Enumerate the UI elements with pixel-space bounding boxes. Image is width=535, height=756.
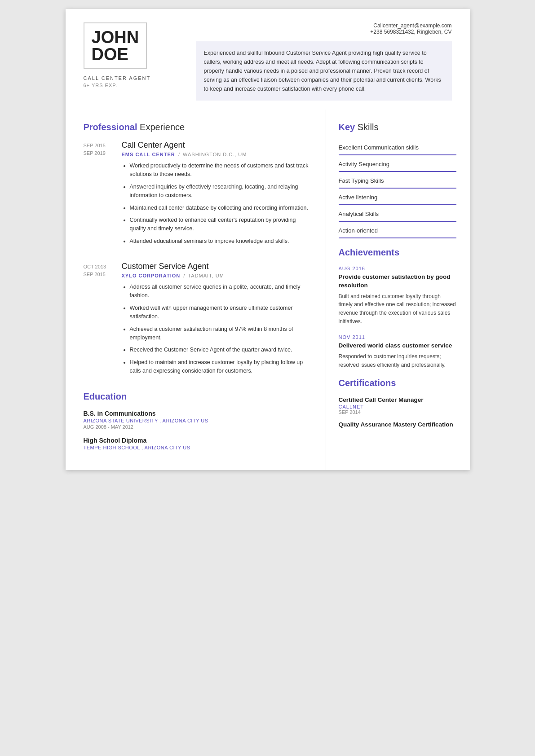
- header-left: JOHN DOE CALL CENTER AGENT 6+ YRS EXP.: [84, 22, 182, 101]
- skill-item: Excellent Communication skills: [339, 141, 456, 155]
- skill-item: Fast Typing Skills: [339, 174, 456, 189]
- job-2-bullets: Address all customer service queries in …: [122, 283, 312, 375]
- contact-info: Callcenter_agent@example.com +238 569832…: [196, 22, 452, 35]
- job-2-title: Customer Service Agent: [122, 262, 312, 271]
- cert-2: Quality Assurance Mastery Certification: [339, 421, 456, 428]
- education-section: Education B.S. in Communications ARIZONA…: [84, 391, 312, 450]
- bullet: Maintained call center database by colle…: [130, 204, 312, 212]
- professional-experience-title: Professional Experience: [84, 122, 312, 132]
- job-title: CALL CENTER AGENT: [84, 75, 182, 81]
- skill-item: Action-oriented: [339, 224, 456, 238]
- edu-1-degree: B.S. in Communications: [84, 410, 312, 417]
- resume-document: JOHN DOE CALL CENTER AGENT 6+ YRS EXP. C…: [66, 9, 470, 470]
- cert-1-issuer: CALLNET: [339, 404, 456, 409]
- bullet: Worked well with upper management to ens…: [130, 304, 312, 321]
- ach-bold: Achievements: [339, 247, 400, 257]
- edu-bold: Education: [84, 391, 127, 401]
- ach-1-desc: Built and retained customer loyalty thro…: [339, 292, 456, 325]
- skills-list: Excellent Communication skills Activity …: [339, 141, 456, 238]
- cert-1-date: SEP 2014: [339, 409, 456, 415]
- job-2-content: Customer Service Agent XYLO CORPORATION …: [122, 262, 312, 379]
- header-right: Callcenter_agent@example.com +238 569832…: [182, 22, 452, 101]
- key-skills-section: Key Skills Excellent Communication skill…: [339, 122, 456, 238]
- first-name: JOHN: [92, 29, 139, 46]
- edu-2-school: TEMPE HIGH SCHOOL , ARIZONA CITY US: [84, 445, 312, 450]
- bullet: Worked productively to determine the nee…: [130, 162, 312, 179]
- key-bold: Key: [339, 122, 355, 132]
- ach-2-title: Delivered world class customer service: [339, 342, 456, 350]
- professional-experience-section: Professional Experience SEP 2015 SEP 201…: [84, 122, 312, 379]
- header-section: JOHN DOE CALL CENTER AGENT 6+ YRS EXP. C…: [66, 9, 470, 110]
- cert-bold: Certifications: [339, 378, 396, 388]
- job-item-1: SEP 2015 SEP 2019 Call Center Agent EMS …: [84, 141, 312, 249]
- years-experience: 6+ YRS EXP.: [84, 83, 182, 88]
- key-skills-title: Key Skills: [339, 122, 456, 132]
- bullet: Answered inquiries by effectively resear…: [130, 183, 312, 200]
- job-1-title: Call Center Agent: [122, 141, 312, 150]
- job-2-company: XYLO CORPORATION / TADMAIT, UM: [122, 273, 312, 278]
- certifications-title: Certifications: [339, 378, 456, 388]
- job-item-2: OCT 2013 SEP 2015 Customer Service Agent…: [84, 262, 312, 379]
- edu-2-degree: High School Diploma: [84, 437, 312, 444]
- bullet: Achieved a customer satisfaction rating …: [130, 325, 312, 343]
- ach-1-title: Provide customer satisfaction by good re…: [339, 273, 456, 290]
- ach-2-date: NOV 2011: [339, 334, 456, 340]
- bullet: Helped to maintain and increase customer…: [130, 358, 312, 376]
- job-2-dates: OCT 2013 SEP 2015: [84, 262, 122, 379]
- skill-item: Analytical Skills: [339, 207, 456, 222]
- achievements-title: Achievements: [339, 247, 456, 258]
- cert-1-name: Certified Call Center Manager: [339, 396, 456, 403]
- bullet: Attended educational seminars to improve…: [130, 237, 312, 246]
- certifications-section: Certifications Certified Call Center Man…: [339, 378, 456, 428]
- ach-1-date: AUG 2016: [339, 266, 456, 271]
- achievement-2: NOV 2011 Delivered world class customer …: [339, 334, 456, 369]
- ach-2-desc: Responded to customer inquiries requests…: [339, 352, 456, 369]
- job-1-company: EMS CALL CENTER / WASHINGTON D.C., UM: [122, 152, 312, 157]
- pro-exp-normal: Experience: [137, 122, 185, 132]
- skill-item: Activity Sequencing: [339, 157, 456, 172]
- last-name: DOE: [92, 46, 139, 63]
- summary-text: Experienced and skillful Inbound Custome…: [196, 41, 452, 101]
- bullet: Received the Customer Service Agent of t…: [130, 346, 312, 354]
- job-1-dates: SEP 2015 SEP 2019: [84, 141, 122, 249]
- main-content: Professional Experience SEP 2015 SEP 201…: [66, 110, 470, 470]
- name-box: JOHN DOE: [84, 22, 147, 69]
- edu-1-school: ARIZONA STATE UNIVERSITY , ARIZONA CITY …: [84, 418, 312, 423]
- email: Callcenter_agent@example.com: [196, 22, 452, 29]
- achievements-section: Achievements AUG 2016 Provide customer s…: [339, 247, 456, 369]
- education-title: Education: [84, 391, 312, 402]
- bullet: Continually worked to enhance call cente…: [130, 216, 312, 233]
- cert-2-name: Quality Assurance Mastery Certification: [339, 421, 456, 428]
- phone-location: +238 5698321432, Ringleben, CV: [196, 29, 452, 35]
- pro-exp-bold: Professional: [84, 122, 137, 132]
- left-column: Professional Experience SEP 2015 SEP 201…: [66, 110, 326, 470]
- bullet: Address all customer service queries in …: [130, 283, 312, 300]
- right-column: Key Skills Excellent Communication skill…: [326, 110, 470, 470]
- job-1-content: Call Center Agent EMS CALL CENTER / WASH…: [122, 141, 312, 249]
- skill-item: Active listening: [339, 190, 456, 205]
- edu-item-1: B.S. in Communications ARIZONA STATE UNI…: [84, 410, 312, 430]
- cert-1: Certified Call Center Manager CALLNET SE…: [339, 396, 456, 415]
- edu-1-dates: AUG 2008 - MAY 2012: [84, 424, 312, 430]
- edu-item-2: High School Diploma TEMPE HIGH SCHOOL , …: [84, 437, 312, 450]
- key-normal: Skills: [355, 122, 378, 132]
- job-1-bullets: Worked productively to determine the nee…: [122, 162, 312, 246]
- achievement-1: AUG 2016 Provide customer satisfaction b…: [339, 266, 456, 325]
